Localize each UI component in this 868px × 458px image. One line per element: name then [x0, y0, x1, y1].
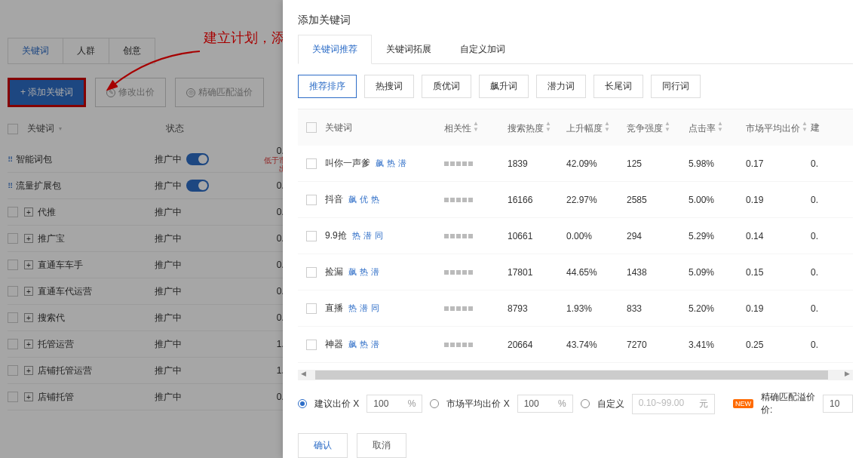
cell-ctr: 5.29%	[689, 231, 746, 241]
sort-icon: ▲▼	[473, 121, 479, 133]
keyword-tag: 潜	[360, 303, 368, 312]
cell-last: 0.	[811, 303, 833, 314]
cell-heat: 17801	[508, 267, 566, 278]
keyword-table-header: 关键词 相关性▲▼ 搜索热度▲▼ 上升幅度▲▼ 竞争强度▲▼ 点击率▲▼ 市场平…	[298, 109, 853, 146]
sort-icon: ▲▼	[664, 121, 670, 133]
cell-ctr: 5.20%	[689, 303, 746, 314]
keyword-tag: 飙	[348, 340, 357, 349]
filter-potential[interactable]: 潜力词	[536, 75, 586, 98]
keyword-tag: 飙	[348, 195, 357, 204]
sort-icon: ▲▼	[802, 121, 808, 133]
cell-comp: 294	[627, 231, 689, 241]
cell-last: 0.	[811, 340, 833, 350]
tab-custom[interactable]: 自定义加词	[446, 35, 520, 63]
relevance-bars	[444, 161, 508, 166]
cell-last: 0.	[811, 158, 833, 169]
cell-comp: 125	[627, 158, 689, 169]
filter-quality[interactable]: 质优词	[422, 75, 471, 98]
sort-icon: ▲▼	[604, 121, 610, 133]
input-market[interactable]: 100%	[517, 395, 573, 413]
keyword-tag: 同	[375, 231, 383, 240]
keyword-name: 抖音	[325, 194, 343, 204]
filter-rising[interactable]: 飙升词	[479, 75, 529, 98]
cell-heat: 16166	[508, 195, 566, 205]
label-suggested: 建议出价 X	[314, 398, 359, 410]
row-checkbox[interactable]	[306, 340, 317, 350]
horizontal-scrollbar[interactable]	[298, 370, 853, 380]
keyword-table: 关键词 相关性▲▼ 搜索热度▲▼ 上升幅度▲▼ 竞争强度▲▼ 点击率▲▼ 市场平…	[298, 109, 853, 367]
radio-custom[interactable]	[581, 399, 590, 408]
relevance-bars	[444, 343, 508, 347]
th-ctr[interactable]: 点击率▲▼	[689, 121, 746, 135]
keyword-tag: 热	[387, 158, 395, 168]
cell-heat: 20664	[508, 340, 566, 350]
sort-icon: ▲▼	[717, 121, 723, 133]
cell-comp: 1438	[627, 267, 689, 278]
filter-recommend[interactable]: 推荐排序	[298, 75, 357, 98]
th-price[interactable]: 市场平均出价▲▼	[746, 121, 811, 135]
bid-options-bar: 建议出价 X 100% 市场平均出价 X 100% 自定义 0.10~99.00…	[298, 391, 853, 417]
th-relevance[interactable]: 相关性▲▼	[444, 121, 508, 135]
new-badge: NEW	[733, 399, 753, 408]
add-keyword-modal: 添加关键词 关键词推荐 关键词拓展 自定义加词 推荐排序 热搜词 质优词 飙升词…	[283, 0, 868, 458]
confirm-button[interactable]: 确认	[298, 433, 348, 458]
select-all-checkbox[interactable]	[306, 122, 317, 133]
sort-icon: ▲▼	[545, 121, 551, 133]
cell-heat: 10661	[508, 231, 566, 241]
cell-price: 0.19	[746, 195, 811, 205]
scrollbar-thumb[interactable]	[315, 370, 828, 380]
radio-market[interactable]	[430, 399, 439, 408]
row-checkbox[interactable]	[306, 231, 317, 241]
cell-ctr: 5.09%	[689, 267, 746, 278]
cell-price: 0.25	[746, 340, 811, 350]
keyword-name: 叫你一声爹	[325, 158, 370, 168]
relevance-bars	[444, 306, 508, 311]
input-suggested[interactable]: 100%	[367, 395, 422, 413]
keyword-row: 直播 热潜同87931.93%8335.20%0.190.	[298, 290, 853, 327]
th-up[interactable]: 上升幅度▲▼	[566, 121, 627, 135]
keyword-tag: 热	[360, 267, 368, 276]
tab-expand[interactable]: 关键词拓展	[372, 35, 446, 63]
filter-row: 推荐排序 热搜词 质优词 飙升词 潜力词 长尾词 同行词	[298, 75, 853, 98]
keyword-tag: 潜	[371, 267, 379, 276]
cell-ctr: 5.00%	[689, 195, 746, 205]
cell-price: 0.14	[746, 231, 811, 241]
keyword-row: 捡漏 飙热潜1780144.65%14385.09%0.150.	[298, 254, 853, 290]
filter-peer[interactable]: 同行词	[651, 75, 701, 98]
label-custom: 自定义	[597, 398, 624, 410]
keyword-tag: 热	[352, 231, 360, 240]
relevance-bars	[444, 270, 508, 275]
cell-last: 0.	[811, 231, 833, 241]
row-checkbox[interactable]	[306, 267, 317, 278]
keyword-name: 捡漏	[325, 266, 343, 277]
input-precise[interactable]: 10	[823, 395, 853, 413]
keyword-row: 叫你一声爹 飙热潜183942.09%1255.98%0.170.	[298, 146, 853, 182]
th-comp[interactable]: 竞争强度▲▼	[627, 121, 689, 135]
filter-hot[interactable]: 热搜词	[364, 75, 414, 98]
relevance-bars	[444, 234, 508, 238]
row-checkbox[interactable]	[306, 303, 317, 314]
row-checkbox[interactable]	[306, 195, 317, 205]
cell-last: 0.	[811, 195, 833, 205]
keyword-tag: 优	[360, 195, 368, 204]
filter-longtail[interactable]: 长尾词	[593, 75, 643, 98]
keyword-row: 神器 飙热潜2066443.74%72703.41%0.250.	[298, 327, 853, 363]
cell-ctr: 3.41%	[689, 340, 746, 350]
cell-up: 0.00%	[566, 231, 627, 241]
keyword-row: 9.9抢 热潜同106610.00%2945.29%0.140.	[298, 218, 853, 254]
keyword-name: 神器	[325, 339, 343, 349]
cell-heat: 8793	[508, 303, 566, 314]
tab-recommend[interactable]: 关键词推荐	[298, 35, 372, 64]
input-custom[interactable]: 0.10~99.00元	[632, 394, 715, 414]
cancel-button[interactable]: 取消	[357, 433, 406, 458]
cell-up: 43.74%	[566, 340, 627, 350]
row-checkbox[interactable]	[306, 158, 317, 169]
th-keyword: 关键词	[325, 121, 444, 134]
cell-up: 42.09%	[566, 158, 627, 169]
modal-actions: 确认 取消	[298, 433, 853, 458]
cell-heat: 1839	[508, 158, 566, 169]
radio-suggested[interactable]	[298, 399, 307, 408]
relevance-bars	[444, 198, 508, 202]
th-heat[interactable]: 搜索热度▲▼	[508, 121, 566, 135]
label-market: 市场平均出价 X	[446, 398, 509, 410]
